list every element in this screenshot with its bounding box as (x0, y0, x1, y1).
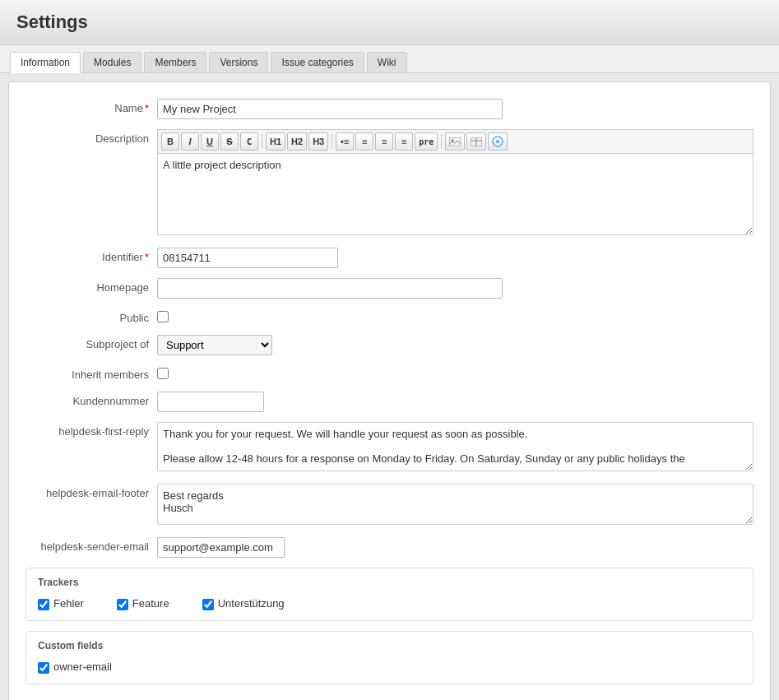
homepage-row: Homepage (26, 278, 753, 299)
name-input[interactable] (157, 99, 503, 119)
identifier-field-wrapper (157, 248, 753, 268)
description-textarea[interactable]: A little project description (157, 153, 753, 235)
description-label: Description (26, 129, 157, 145)
toolbar-link-button[interactable] (488, 132, 508, 151)
image-icon (449, 137, 461, 146)
helpdesk-sender-row: helpdesk-sender-email (26, 537, 753, 558)
kundennummer-row: Kundennummer (26, 392, 753, 412)
description-row: Description B I U S C H1 H2 H3 •≡ ≡ ≡ ≡ … (26, 129, 753, 238)
name-label: Name* (26, 99, 157, 114)
toolbar-ul-button[interactable]: •≡ (336, 132, 354, 151)
trackers-title: Trackers (38, 577, 741, 588)
helpdesk-reply-textarea[interactable]: Thank you for your request. We will hand… (157, 422, 753, 471)
kundennummer-input[interactable] (157, 392, 264, 412)
toolbar-h3-button[interactable]: H3 (308, 132, 328, 151)
trackers-section: Trackers Fehler Feature Unterstützung (26, 568, 753, 621)
toolbar-image-button[interactable] (445, 132, 465, 151)
tab-information[interactable]: Information (10, 52, 81, 73)
helpdesk-reply-row: helpdesk-first-reply Thank you for your … (26, 422, 753, 474)
custom-fields-title: Custom fields (38, 640, 741, 651)
helpdesk-footer-row: helpdesk-email-footer Best regards Husch (26, 484, 753, 527)
toolbar-separator-1 (262, 134, 262, 149)
page-title: Settings (16, 12, 763, 33)
tracker-feature-item: Feature (117, 596, 169, 610)
tab-wiki[interactable]: Wiki (367, 52, 407, 72)
toolbar-strikethrough-button[interactable]: S (220, 132, 239, 151)
helpdesk-sender-label: helpdesk-sender-email (26, 537, 157, 553)
homepage-label: Homepage (26, 278, 157, 294)
tracker-fehler-label[interactable]: Fehler (53, 597, 84, 610)
tracker-feature-label[interactable]: Feature (132, 597, 169, 610)
toolbar-indent-button[interactable]: ≡ (375, 132, 393, 151)
inherit-members-checkbox-wrapper (157, 365, 753, 382)
svg-point-6 (496, 140, 499, 143)
tabs-bar: Information Modules Members Versions Iss… (0, 45, 779, 73)
name-row: Name* (26, 99, 753, 119)
inherit-members-row: Inherit members (26, 365, 753, 382)
subproject-label: Subproject of (26, 335, 157, 350)
subproject-select[interactable]: — Support (157, 335, 272, 355)
toolbar-h1-button[interactable]: H1 (266, 132, 285, 151)
toolbar-h2-button[interactable]: H2 (287, 132, 307, 151)
tab-versions[interactable]: Versions (209, 52, 268, 72)
tracker-feature-checkbox[interactable] (117, 599, 128, 610)
toolbar-pre-button[interactable]: pre (415, 132, 438, 151)
name-field-wrapper (157, 99, 753, 119)
tab-members[interactable]: Members (144, 52, 206, 72)
toolbar-table-button[interactable] (466, 132, 486, 151)
main-content: Name* Description B I U S C H1 H2 H3 •≡ … (8, 81, 771, 700)
custom-fields-section: Custom fields owner-email (26, 631, 753, 684)
public-checkbox[interactable] (157, 311, 169, 322)
inherit-members-label: Inherit members (26, 365, 157, 381)
toolbar-code-button[interactable]: C (240, 132, 258, 151)
identifier-row: Identifier* (26, 248, 753, 268)
tab-issue-categories[interactable]: Issue categories (271, 52, 364, 72)
toolbar-separator-3 (441, 134, 442, 149)
inherit-members-checkbox[interactable] (157, 368, 169, 379)
subproject-select-wrapper: — Support (157, 335, 753, 355)
toolbar-ol-button[interactable]: ≡ (355, 132, 373, 151)
identifier-label: Identifier* (26, 248, 157, 263)
helpdesk-sender-input[interactable] (157, 537, 285, 558)
helpdesk-reply-label: helpdesk-first-reply (26, 422, 157, 438)
tracker-unterstutzung-item: Unterstützung (202, 596, 285, 610)
link-icon (492, 136, 503, 147)
custom-field-owner-email-label[interactable]: owner-email (53, 661, 112, 673)
kundennummer-field-wrapper (157, 392, 753, 412)
toolbar-underline-button[interactable]: U (201, 132, 219, 151)
toolbar-outdent-button[interactable]: ≡ (395, 132, 413, 151)
homepage-field-wrapper (157, 278, 753, 299)
public-checkbox-wrapper (157, 308, 753, 325)
tab-modules[interactable]: Modules (83, 52, 141, 72)
description-editor-wrapper: B I U S C H1 H2 H3 •≡ ≡ ≡ ≡ pre (157, 129, 753, 238)
custom-field-owner-email-item: owner-email (38, 660, 112, 674)
public-row: Public (26, 308, 753, 325)
helpdesk-sender-field-wrapper (157, 537, 753, 558)
toolbar-bold-button[interactable]: B (161, 132, 179, 151)
toolbar-separator-2 (332, 134, 332, 149)
custom-field-owner-email-checkbox[interactable] (38, 662, 49, 674)
kundennummer-label: Kundennummer (26, 392, 157, 407)
page-header: Settings (0, 0, 779, 45)
custom-fields-checkbox-group: owner-email (38, 660, 741, 674)
trackers-checkbox-group: Fehler Feature Unterstützung (38, 596, 741, 610)
helpdesk-footer-wrapper: Best regards Husch (157, 484, 753, 527)
tracker-fehler-checkbox[interactable] (38, 599, 49, 610)
homepage-input[interactable] (157, 278, 503, 299)
toolbar-italic-button[interactable]: I (181, 132, 199, 151)
subproject-row: Subproject of — Support (26, 335, 753, 355)
identifier-input[interactable] (157, 248, 338, 268)
helpdesk-footer-label: helpdesk-email-footer (26, 484, 157, 499)
tracker-fehler-item: Fehler (38, 596, 84, 610)
table-icon (471, 137, 482, 146)
public-label: Public (26, 308, 157, 324)
tracker-unterstutzung-checkbox[interactable] (202, 599, 214, 610)
editor-toolbar: B I U S C H1 H2 H3 •≡ ≡ ≡ ≡ pre (157, 129, 753, 153)
helpdesk-footer-textarea[interactable]: Best regards Husch (157, 484, 753, 525)
helpdesk-reply-wrapper: Thank you for your request. We will hand… (157, 422, 753, 474)
tracker-unterstutzung-label[interactable]: Unterstützung (218, 597, 285, 610)
